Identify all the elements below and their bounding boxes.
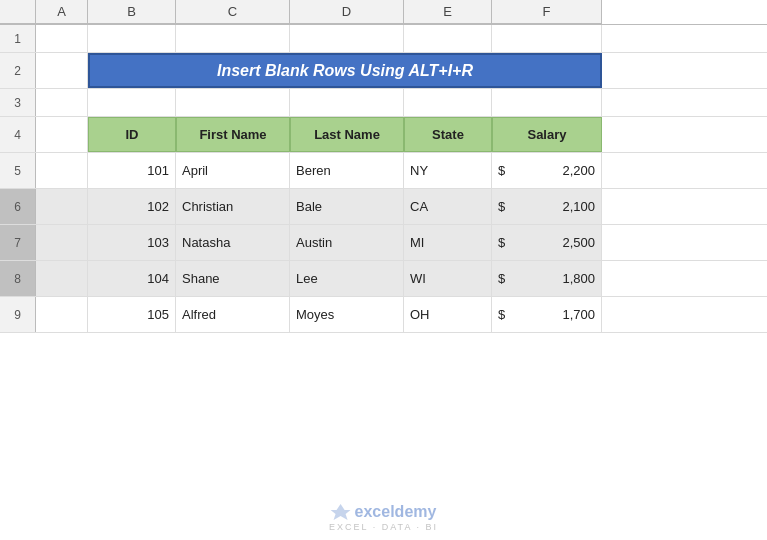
cell-6a[interactable] <box>36 189 88 224</box>
cell-salary[interactable]: $1,700 <box>492 297 602 332</box>
cell-8a[interactable] <box>36 261 88 296</box>
watermark-logo: exceldemy <box>331 502 437 522</box>
cell-3d[interactable] <box>290 89 404 116</box>
cell-1c[interactable] <box>176 25 290 52</box>
cell-1a[interactable] <box>36 25 88 52</box>
cell-lastname[interactable]: Lee <box>290 261 404 296</box>
col-header-d[interactable]: D <box>290 0 404 24</box>
table-row: 8 104 Shane Lee WI $1,800 <box>0 261 767 297</box>
header-lastname: Last Name <box>290 117 404 152</box>
cell-id[interactable]: 102 <box>88 189 176 224</box>
watermark-icon <box>331 502 351 522</box>
cell-7a[interactable] <box>36 225 88 260</box>
column-headers: A B C D E F <box>0 0 767 25</box>
table-row: 3 <box>0 89 767 117</box>
title-cell: Insert Blank Rows Using ALT+I+R <box>88 53 602 88</box>
cell-firstname[interactable]: Alfred <box>176 297 290 332</box>
row-num: 6 <box>0 189 36 224</box>
row-num: 9 <box>0 297 36 332</box>
row-num: 7 <box>0 225 36 260</box>
cell-salary[interactable]: $2,100 <box>492 189 602 224</box>
cell-id[interactable]: 103 <box>88 225 176 260</box>
cell-1d[interactable] <box>290 25 404 52</box>
cell-1b[interactable] <box>88 25 176 52</box>
header-salary: Salary <box>492 117 602 152</box>
cell-firstname[interactable]: April <box>176 153 290 188</box>
svg-marker-0 <box>331 504 351 520</box>
cell-3c[interactable] <box>176 89 290 116</box>
cell-1f[interactable] <box>492 25 602 52</box>
cell-state[interactable]: OH <box>404 297 492 332</box>
cell-salary[interactable]: $2,500 <box>492 225 602 260</box>
col-header-c[interactable]: C <box>176 0 290 24</box>
cell-salary[interactable]: $2,200 <box>492 153 602 188</box>
row-num: 2 <box>0 53 36 88</box>
spreadsheet: A B C D E F 1 2 Insert Blank Rows Using … <box>0 0 767 540</box>
col-header-b[interactable]: B <box>88 0 176 24</box>
table-row: 2 Insert Blank Rows Using ALT+I+R <box>0 53 767 89</box>
watermark: exceldemy EXCEL · DATA · BI <box>329 502 438 532</box>
cell-id[interactable]: 105 <box>88 297 176 332</box>
cell-4a[interactable] <box>36 117 88 152</box>
cell-salary[interactable]: $1,800 <box>492 261 602 296</box>
table-row: 6 102 Christian Bale CA $2,100 <box>0 189 767 225</box>
header-firstname: First Name <box>176 117 290 152</box>
row-num: 3 <box>0 89 36 116</box>
col-header-a[interactable]: A <box>36 0 88 24</box>
header-id: ID <box>88 117 176 152</box>
row-num: 1 <box>0 25 36 52</box>
col-header-f[interactable]: F <box>492 0 602 24</box>
table-row: 9 105 Alfred Moyes OH $1,700 <box>0 297 767 333</box>
row-num: 4 <box>0 117 36 152</box>
cell-2a[interactable] <box>36 53 88 88</box>
cell-firstname[interactable]: Christian <box>176 189 290 224</box>
cell-1e[interactable] <box>404 25 492 52</box>
corner-cell <box>0 0 36 24</box>
grid-body: 1 2 Insert Blank Rows Using ALT+I+R 3 <box>0 25 767 540</box>
cell-firstname[interactable]: Natasha <box>176 225 290 260</box>
cell-id[interactable]: 101 <box>88 153 176 188</box>
cell-state[interactable]: WI <box>404 261 492 296</box>
cell-state[interactable]: CA <box>404 189 492 224</box>
cell-3e[interactable] <box>404 89 492 116</box>
cell-lastname[interactable]: Beren <box>290 153 404 188</box>
cell-9a[interactable] <box>36 297 88 332</box>
cell-lastname[interactable]: Bale <box>290 189 404 224</box>
cell-id[interactable]: 104 <box>88 261 176 296</box>
table-row: 4 ID First Name Last Name State Salary <box>0 117 767 153</box>
cell-firstname[interactable]: Shane <box>176 261 290 296</box>
row-num: 8 <box>0 261 36 296</box>
header-state: State <box>404 117 492 152</box>
col-header-e[interactable]: E <box>404 0 492 24</box>
row-num: 5 <box>0 153 36 188</box>
cell-3b[interactable] <box>88 89 176 116</box>
table-row: 1 <box>0 25 767 53</box>
cell-3a[interactable] <box>36 89 88 116</box>
cell-state[interactable]: NY <box>404 153 492 188</box>
table-row: 5 101 April Beren NY $2,200 <box>0 153 767 189</box>
table-row: 7 103 Natasha Austin MI $2,500 <box>0 225 767 261</box>
cell-lastname[interactable]: Moyes <box>290 297 404 332</box>
watermark-text: exceldemy <box>355 503 437 521</box>
cell-state[interactable]: MI <box>404 225 492 260</box>
cell-lastname[interactable]: Austin <box>290 225 404 260</box>
cell-5a[interactable] <box>36 153 88 188</box>
cell-3f[interactable] <box>492 89 602 116</box>
watermark-sub: EXCEL · DATA · BI <box>329 522 438 532</box>
